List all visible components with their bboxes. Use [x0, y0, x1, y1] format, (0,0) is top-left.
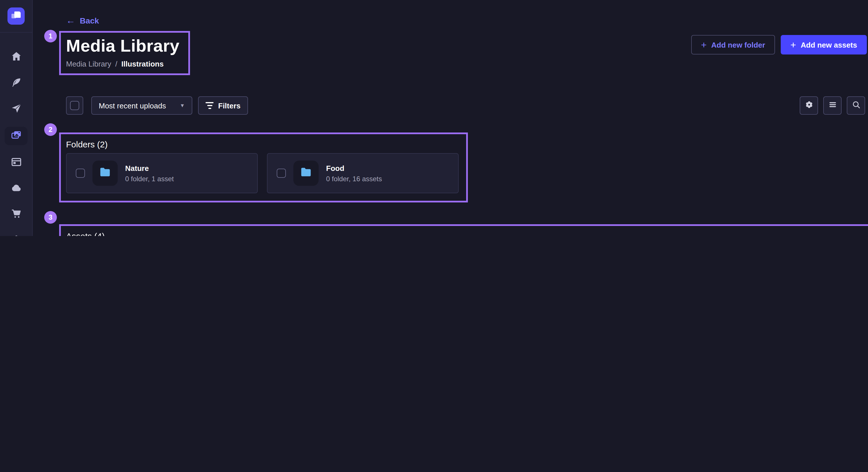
- page-title: Media Library: [66, 36, 181, 56]
- filter-icon: [206, 102, 214, 109]
- search-icon: [851, 100, 861, 111]
- back-arrow-icon: ←: [66, 16, 75, 25]
- media-library-icon: [10, 129, 22, 143]
- plus-icon: +: [790, 40, 796, 49]
- sidebar-item-deploy[interactable]: [6, 181, 26, 197]
- logo-container: [0, 0, 32, 33]
- annotation-badge-3: 3: [44, 211, 57, 224]
- back-link[interactable]: ← Back: [66, 16, 106, 25]
- folder-name: Nature: [125, 164, 174, 173]
- sidebar-item-releases[interactable]: [6, 101, 26, 117]
- sort-dropdown[interactable]: Most recent uploads ▼: [91, 96, 192, 115]
- folder-tile: [92, 161, 118, 186]
- sidebar-nav: [5, 49, 28, 236]
- annotation-box-1: Media Library Media Library / Illustrati…: [59, 31, 190, 75]
- app-root: KD ← Back Media Library Media Library / …: [0, 0, 868, 236]
- add-assets-label: Add new assets: [801, 40, 857, 49]
- select-all-checkbox-button[interactable]: [66, 96, 83, 115]
- annotation-badge-1: 1: [44, 30, 57, 42]
- strapi-logo[interactable]: [7, 7, 25, 25]
- sidebar-item-content-manager[interactable]: [6, 75, 26, 91]
- folder-checkbox[interactable]: [76, 169, 85, 178]
- folder-info: Nature 0 folder, 1 asset: [125, 164, 174, 183]
- add-new-folder-button[interactable]: + Add new folder: [691, 35, 775, 55]
- list-icon: [828, 100, 837, 111]
- sidebar-item-content-type-builder[interactable]: [6, 155, 26, 171]
- sidebar: KD: [0, 0, 33, 236]
- main-content: ← Back Media Library Media Library / Ill…: [33, 0, 868, 236]
- cart-icon: [10, 207, 22, 222]
- annotation-box-3: Assets (4) what-s-inside-a-black-hole IM…: [59, 224, 868, 236]
- folder-tile: [293, 161, 319, 186]
- gear-icon: [10, 233, 22, 236]
- assets-heading: Assets (4): [66, 231, 861, 236]
- filters-button[interactable]: Filters: [198, 96, 248, 115]
- sidebar-item-marketplace[interactable]: [6, 206, 26, 223]
- header-row: Media Library Media Library / Illustrati…: [66, 31, 868, 75]
- list-view-button[interactable]: [823, 96, 842, 115]
- chevron-down-icon: ▼: [180, 103, 185, 108]
- plus-icon: +: [701, 40, 707, 49]
- toolbar: Most recent uploads ▼ Filters: [66, 96, 868, 115]
- folder-icon: [300, 166, 312, 181]
- breadcrumb: Media Library / Illustrations: [66, 60, 181, 68]
- annotation-badge-2: 2: [44, 123, 57, 136]
- folder-info: Food 0 folder, 16 assets: [326, 164, 382, 183]
- sort-label: Most recent uploads: [99, 101, 166, 110]
- home-icon: [10, 50, 22, 65]
- filters-label: Filters: [218, 101, 241, 110]
- folder-meta: 0 folder, 1 asset: [125, 175, 174, 183]
- select-all-checkbox[interactable]: [70, 101, 79, 110]
- layout-icon: [10, 156, 22, 170]
- annotation-box-2: Folders (2) Nature 0 folder, 1 asset: [59, 133, 468, 202]
- sidebar-item-settings[interactable]: [6, 232, 26, 236]
- search-button[interactable]: [847, 96, 865, 115]
- header-actions: + Add new folder + Add new assets: [691, 35, 867, 55]
- feather-icon: [10, 76, 22, 90]
- back-label: Back: [80, 16, 99, 25]
- folder-checkbox[interactable]: [277, 169, 286, 178]
- folder-meta: 0 folder, 16 assets: [326, 175, 382, 183]
- breadcrumb-separator: /: [115, 60, 117, 68]
- folder-list: Nature 0 folder, 1 asset Food 0 folder, …: [66, 153, 459, 193]
- breadcrumb-current: Illustrations: [121, 60, 164, 68]
- gear-icon: [804, 100, 814, 111]
- cloud-icon: [10, 181, 22, 196]
- folder-icon: [99, 166, 112, 181]
- grid-settings-button[interactable]: [800, 96, 818, 115]
- add-folder-label: Add new folder: [711, 40, 765, 49]
- breadcrumb-parent[interactable]: Media Library: [66, 60, 112, 68]
- folder-card-nature[interactable]: Nature 0 folder, 1 asset: [66, 153, 258, 193]
- folder-name: Food: [326, 164, 382, 173]
- sidebar-item-home[interactable]: [6, 49, 26, 65]
- folder-card-food[interactable]: Food 0 folder, 16 assets: [267, 153, 459, 193]
- folders-heading: Folders (2): [66, 139, 459, 150]
- paper-plane-icon: [10, 102, 22, 116]
- sidebar-item-media-library[interactable]: [5, 127, 28, 145]
- add-new-assets-button[interactable]: + Add new assets: [781, 35, 867, 55]
- view-options: [800, 96, 865, 115]
